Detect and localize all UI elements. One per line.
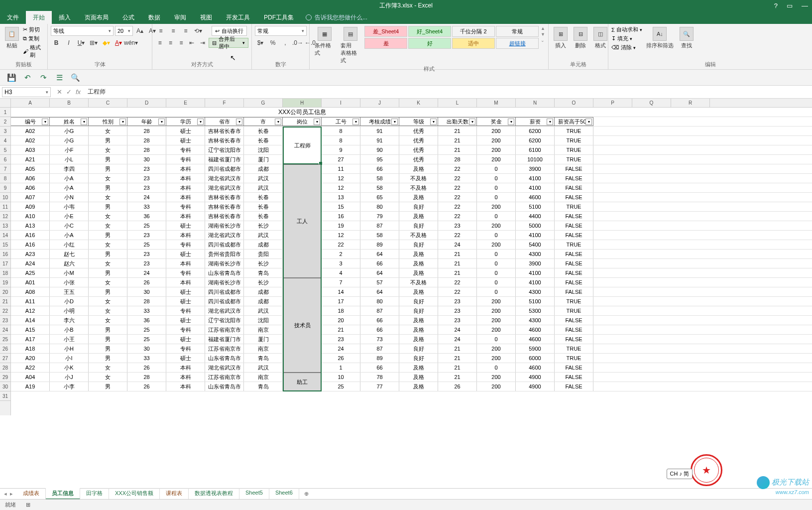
row-header[interactable]: 15 — [0, 240, 10, 250]
table-cell[interactable]: A04 — [11, 373, 50, 382]
cell-style-option[interactable]: 好_Sheet4 — [408, 26, 451, 37]
table-cell[interactable]: 4900 — [516, 382, 555, 391]
row-header[interactable]: 20 — [0, 287, 10, 297]
table-cell[interactable]: 17 — [322, 297, 360, 306]
table-cell[interactable]: 男 — [89, 250, 127, 258]
table-cell[interactable]: A17 — [11, 335, 50, 344]
table-cell[interactable]: 湖南省长沙市 — [205, 278, 244, 287]
table-cell[interactable]: 0 — [477, 164, 516, 173]
table-cell[interactable]: 4300 — [516, 250, 555, 258]
ribbon-collapse-icon[interactable]: ▭ — [787, 2, 793, 9]
table-cell[interactable]: 3 — [322, 259, 360, 268]
table-cell[interactable]: 28 — [127, 373, 166, 382]
table-cell[interactable]: A08 — [11, 287, 50, 296]
table-cell[interactable]: 长春 — [244, 193, 283, 202]
table-cell[interactable]: 0 — [477, 259, 516, 268]
gallery-more-icon[interactable]: ⌄ — [541, 38, 545, 43]
filter-button-icon[interactable]: ▾ — [236, 119, 242, 125]
table-cell[interactable]: 小E — [50, 212, 89, 221]
table-cell[interactable]: 4300 — [516, 287, 555, 296]
table-cell[interactable]: A25 — [11, 268, 50, 277]
table-cell[interactable]: 21 — [438, 354, 477, 363]
col-header-F[interactable]: F — [205, 99, 244, 107]
table-cell[interactable]: A02 — [11, 136, 50, 145]
table-cell[interactable]: TRUE — [555, 297, 593, 306]
table-cell[interactable]: FALSE — [555, 250, 593, 258]
table-cell[interactable]: 辽宁省沈阳市 — [205, 145, 244, 154]
paste-button[interactable]: 📋 粘贴 — [3, 26, 21, 50]
table-cell[interactable]: 优秀 — [399, 136, 438, 145]
table-cell[interactable]: 24 — [127, 268, 166, 277]
table-cell[interactable]: 本科 — [166, 164, 205, 173]
row-header[interactable]: 3 — [0, 127, 10, 136]
table-cell[interactable]: 良好 — [399, 344, 438, 353]
table-cell[interactable]: 80 — [360, 202, 399, 211]
table-cell[interactable]: 77 — [360, 382, 399, 391]
table-cell[interactable]: FALSE — [555, 268, 593, 277]
table-cell[interactable]: 小I — [50, 354, 89, 363]
table-cell[interactable]: 0 — [477, 212, 516, 221]
table-cell[interactable]: 66 — [360, 316, 399, 325]
table-cell[interactable]: 5100 — [516, 297, 555, 306]
table-cell[interactable]: 专科 — [166, 202, 205, 211]
sheet-nav-first-icon[interactable]: ◂ — [4, 491, 7, 497]
menu-tab-公式[interactable]: 公式 — [116, 11, 141, 24]
table-cell[interactable]: FALSE — [555, 382, 593, 391]
table-cell[interactable]: 本科 — [166, 231, 205, 240]
table-cell[interactable]: FALSE — [555, 164, 593, 173]
filter-button-icon[interactable]: ▾ — [158, 119, 165, 125]
table-cell[interactable]: A10 — [11, 212, 50, 221]
table-cell[interactable]: 0 — [477, 335, 516, 344]
table-cell[interactable]: 0 — [477, 231, 516, 240]
table-cell[interactable]: 10 — [322, 373, 360, 382]
row-header[interactable]: 23 — [0, 316, 10, 325]
table-cell[interactable]: 江苏省南京市 — [205, 373, 244, 382]
table-cell[interactable]: 24 — [438, 325, 477, 334]
merged-cell-post[interactable]: 助工 — [283, 373, 322, 391]
table-cell[interactable]: 0 — [477, 268, 516, 277]
tell-me-input[interactable]: 告诉我您想做什么... — [306, 13, 367, 22]
table-cell[interactable]: 小J — [50, 373, 89, 382]
col-header-M[interactable]: M — [477, 99, 516, 107]
table-cell[interactable]: 男 — [89, 183, 127, 192]
table-cell[interactable]: 200 — [477, 344, 516, 353]
table-cell[interactable]: 男 — [89, 325, 127, 334]
table-cell[interactable]: 小G — [50, 136, 89, 145]
table-cell[interactable]: A02 — [11, 127, 50, 135]
table-cell[interactable]: 23 — [127, 174, 166, 183]
menu-tab-视图[interactable]: 视图 — [193, 11, 219, 24]
table-cell[interactable]: 女 — [89, 221, 127, 230]
increase-font-icon[interactable]: A▴ — [134, 26, 145, 36]
table-cell[interactable]: 南京 — [244, 325, 283, 334]
table-cell[interactable]: 24 — [127, 193, 166, 202]
col-header-Q[interactable]: Q — [632, 99, 671, 107]
sheet-nav-last-icon[interactable]: ▸ — [10, 491, 13, 497]
table-cell[interactable]: 长沙 — [244, 259, 283, 268]
table-cell[interactable]: FALSE — [555, 212, 593, 221]
table-cell[interactable]: 200 — [477, 297, 516, 306]
table-cell[interactable]: 87 — [360, 344, 399, 353]
table-cell[interactable]: 武汉 — [244, 183, 283, 192]
table-cell[interactable]: A19 — [11, 382, 50, 391]
table-cell[interactable]: 四川省成都市 — [205, 297, 244, 306]
col-header-B[interactable]: B — [50, 99, 89, 107]
table-cell[interactable]: A07 — [11, 193, 50, 202]
table-cell[interactable]: 南京 — [244, 373, 283, 382]
table-cell[interactable]: 小王 — [50, 335, 89, 344]
table-cell[interactable]: 及格 — [399, 335, 438, 344]
table-cell[interactable]: 女 — [89, 212, 127, 221]
table-cell[interactable]: 4100 — [516, 174, 555, 183]
col-header-D[interactable]: D — [127, 99, 166, 107]
table-cell[interactable]: 23 — [438, 297, 477, 306]
table-cell[interactable]: 4600 — [516, 335, 555, 344]
table-cell[interactable]: 女 — [89, 127, 127, 135]
table-cell[interactable]: A16 — [11, 231, 50, 240]
table-cell[interactable]: 女 — [89, 306, 127, 315]
row-header[interactable]: 2 — [0, 117, 10, 127]
accounting-format-icon[interactable]: $▾ — [255, 38, 266, 48]
table-cell[interactable]: 22 — [438, 231, 477, 240]
table-cell[interactable]: 小C — [50, 221, 89, 230]
table-cell[interactable]: A21 — [11, 155, 50, 164]
table-cell[interactable]: 22 — [438, 174, 477, 183]
table-cell[interactable]: 吉林省长春市 — [205, 202, 244, 211]
